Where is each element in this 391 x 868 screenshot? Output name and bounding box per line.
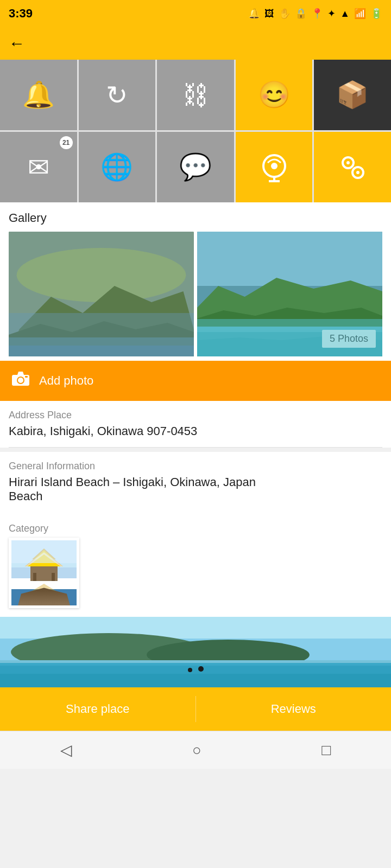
status-time: 3:39: [9, 7, 33, 21]
address-label: Address Place: [9, 410, 382, 421]
general-info-block: General Information Hirari Island Beach …: [0, 452, 391, 514]
svg-point-50: [188, 668, 192, 672]
general-info-value: Hirari Island Beach – Ishigaki, Okinawa,…: [9, 475, 382, 514]
add-photo-label: Add photo: [39, 374, 93, 388]
tile-mail[interactable]: ✉ 21: [0, 132, 77, 202]
camera-icon: [11, 371, 30, 391]
svg-rect-25: [25, 376, 28, 378]
link-tile-icon: ⛓: [182, 80, 209, 110]
bluetooth-icon: ✦: [327, 8, 336, 20]
svg-marker-17: [197, 308, 382, 356]
back-button[interactable]: ←: [9, 34, 25, 53]
reviews-label: Reviews: [271, 702, 316, 716]
svg-rect-12: [9, 337, 194, 356]
svg-point-7: [356, 171, 360, 174]
tile-chat[interactable]: 😊: [236, 60, 313, 130]
share-place-label: Share place: [66, 702, 129, 716]
svg-marker-35: [34, 550, 54, 559]
tile-notification[interactable]: 🔔: [0, 60, 77, 130]
category-svg: [11, 540, 77, 605]
photos-count-badge: 5 Photos: [322, 330, 376, 348]
island-svg-2: [197, 232, 382, 356]
sync-tile-icon: ↻: [106, 80, 128, 110]
category-image: [11, 540, 77, 605]
status-icons: 🔔 🖼 ✋ 🔒 📍 ✦ ▲ 📶 🔋: [248, 8, 382, 20]
notification-tile-icon: 🔔: [22, 80, 55, 110]
svg-rect-48: [0, 660, 391, 663]
top-bar: ←: [0, 27, 391, 60]
svg-rect-42: [0, 617, 391, 639]
category-label: Category: [9, 523, 382, 534]
svg-rect-38: [52, 573, 55, 581]
audio-tile-icon: [258, 151, 291, 183]
svg-point-6: [346, 161, 350, 164]
share-place-button[interactable]: Share place: [0, 687, 195, 731]
lock-icon: 🔒: [295, 8, 307, 20]
svg-marker-18: [197, 327, 382, 356]
gallery-section: Gallery 5 Photos: [0, 202, 391, 361]
svg-marker-19: [197, 332, 382, 356]
tile-browser[interactable]: 🌐: [79, 132, 156, 202]
status-bar: 3:39 🔔 🖼 ✋ 🔒 📍 ✦ ▲ 📶 🔋: [0, 0, 391, 27]
tile-storage[interactable]: 📦: [314, 60, 391, 130]
svg-point-1: [271, 163, 278, 169]
svg-rect-29: [11, 586, 77, 605]
reviews-button[interactable]: Reviews: [196, 687, 392, 731]
svg-rect-37: [33, 573, 36, 581]
tile-settings[interactable]: [314, 132, 391, 202]
location-icon: 📍: [311, 8, 323, 20]
svg-marker-33: [28, 554, 60, 566]
gallery-image-1[interactable]: [9, 232, 194, 356]
island-svg-1: [9, 232, 194, 356]
add-photo-button[interactable]: Add photo: [0, 361, 391, 401]
svg-marker-24: [17, 372, 24, 375]
hand-icon: ✋: [279, 8, 291, 20]
nav-back-button[interactable]: ◁: [60, 741, 72, 759]
message-tile-icon: 💬: [179, 152, 212, 182]
svg-rect-47: [0, 674, 391, 687]
address-block: Address Place Kabira, Ishigaki, Okinawa …: [0, 401, 391, 448]
signal-icon: 📶: [354, 8, 366, 20]
nav-recent-button[interactable]: □: [321, 742, 331, 759]
mail-badge: 21: [60, 136, 73, 149]
gallery-grid: 5 Photos: [9, 232, 382, 356]
browser-tile-icon: 🌐: [100, 152, 133, 182]
landscape-svg: [0, 617, 391, 687]
mail-tile-icon: ✉: [28, 152, 49, 182]
svg-point-49: [198, 666, 204, 672]
tile-link[interactable]: ⛓: [157, 60, 234, 130]
svg-point-23: [18, 378, 23, 383]
svg-rect-13: [9, 346, 194, 356]
bottom-action-bar: Share place Reviews: [0, 687, 391, 731]
notification-icon: 🔔: [248, 8, 260, 20]
nav-home-button[interactable]: ○: [192, 742, 201, 759]
gallery-image-2[interactable]: 5 Photos: [197, 232, 382, 356]
settings-tile-icon: [336, 151, 369, 183]
tile-sync[interactable]: ↻: [79, 60, 156, 130]
general-info-label: General Information: [9, 461, 382, 472]
tile-message[interactable]: 💬: [157, 132, 234, 202]
android-nav-bar: ◁ ○ □: [0, 731, 391, 769]
address-value: Kabira, Ishigaki, Okinawa 907-0453: [9, 424, 382, 448]
wifi-icon: ▲: [340, 8, 350, 20]
separator-1: [0, 448, 391, 452]
svg-marker-20: [197, 336, 382, 356]
category-image-wrapper[interactable]: [9, 538, 79, 608]
svg-marker-34: [32, 548, 56, 559]
chat-tile-icon: 😊: [258, 80, 291, 110]
tile-audio[interactable]: [236, 132, 313, 202]
image-icon: 🖼: [264, 8, 274, 20]
storage-tile-icon: 📦: [336, 80, 369, 110]
svg-marker-11: [9, 321, 194, 356]
svg-point-9: [17, 248, 186, 302]
battery-icon: 🔋: [370, 8, 382, 20]
svg-rect-15: [197, 232, 382, 286]
gallery-title: Gallery: [9, 211, 382, 225]
category-block: Category: [0, 514, 391, 617]
landscape-banner: [0, 617, 391, 687]
app-grid: 🔔 ↻ ⛓ 😊 📦 ✉ 21 🌐 💬: [0, 60, 391, 202]
